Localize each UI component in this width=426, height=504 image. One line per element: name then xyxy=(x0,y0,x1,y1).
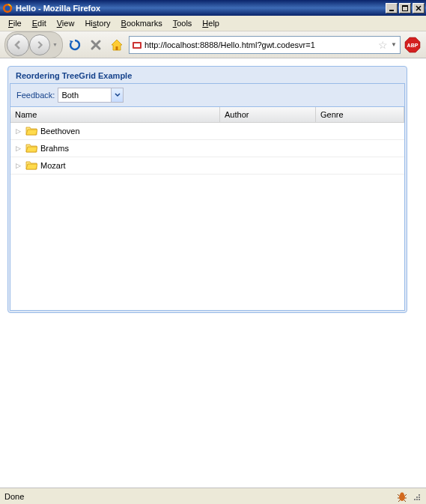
column-author[interactable]: Author xyxy=(220,107,316,122)
url-bar[interactable]: ☆ ▼ xyxy=(129,36,401,54)
svg-rect-2 xyxy=(389,10,394,11)
svg-point-1 xyxy=(5,5,10,10)
menu-file[interactable]: File xyxy=(3,17,27,29)
maximize-button[interactable] xyxy=(399,3,411,13)
grid-header: Name Author Genre xyxy=(10,107,404,123)
feedback-label: Feedback: xyxy=(16,91,55,100)
menu-history[interactable]: History xyxy=(79,17,115,29)
menu-bookmarks[interactable]: Bookmarks xyxy=(116,17,168,29)
menu-bar: File Edit View History Bookmarks Tools H… xyxy=(0,16,426,31)
menu-key: H xyxy=(202,19,208,28)
tree-label: Beethoven xyxy=(40,127,80,136)
tree-label: Brahms xyxy=(40,144,69,153)
column-genre[interactable]: Genre xyxy=(316,107,404,122)
navigation-toolbar: ▼ ☆ ▼ ABP xyxy=(0,31,426,58)
menu-view[interactable]: View xyxy=(52,17,80,29)
forward-button[interactable] xyxy=(29,34,50,55)
back-button[interactable] xyxy=(7,34,29,56)
menu-key: T xyxy=(173,19,177,28)
home-button[interactable] xyxy=(108,36,126,54)
grid-body: ▷ Beethoven ▷ Brahms ▷ xyxy=(10,123,404,310)
window-titlebar: Hello - Mozilla Firefox xyxy=(0,0,426,16)
svg-text:ABP: ABP xyxy=(407,43,419,48)
feedback-input[interactable] xyxy=(58,91,111,100)
feedback-toolbar: Feedback: xyxy=(10,84,404,107)
svg-rect-7 xyxy=(134,43,140,47)
svg-point-11 xyxy=(401,492,404,496)
svg-rect-5 xyxy=(116,46,118,50)
expand-icon[interactable]: ▷ xyxy=(13,161,22,170)
url-input[interactable] xyxy=(144,40,377,49)
expand-icon[interactable]: ▷ xyxy=(13,144,22,153)
column-name[interactable]: Name xyxy=(10,107,220,122)
tree-row[interactable]: ▷ Mozart xyxy=(10,157,404,174)
combo-trigger[interactable] xyxy=(111,88,123,102)
folder-icon xyxy=(25,142,37,154)
menu-key: V xyxy=(57,19,62,28)
stop-button[interactable] xyxy=(87,36,105,54)
firefox-icon xyxy=(1,2,13,14)
close-button[interactable] xyxy=(413,3,425,13)
url-dropdown[interactable]: ▼ xyxy=(389,41,398,48)
feedback-combo[interactable] xyxy=(58,88,124,103)
treegrid-panel: Reordering TreeGrid Example Feedback: Na… xyxy=(7,66,407,313)
menu-key: s xyxy=(93,19,97,28)
window-controls xyxy=(384,3,425,13)
resize-grip[interactable] xyxy=(411,491,422,502)
status-text: Done xyxy=(4,492,396,501)
folder-icon xyxy=(25,160,37,171)
panel-body: Feedback: Name Author Genre ▷ xyxy=(10,83,405,311)
panel-title: Reordering TreeGrid Example xyxy=(8,67,407,83)
reload-button[interactable] xyxy=(66,36,84,54)
folder-icon xyxy=(25,125,37,137)
tree-row[interactable]: ▷ Brahms xyxy=(10,140,404,157)
tree-label: Mozart xyxy=(40,161,66,170)
nav-buttons-group: ▼ xyxy=(4,31,63,58)
menu-edit[interactable]: Edit xyxy=(27,17,52,29)
menu-key: E xyxy=(32,19,37,28)
expand-icon[interactable]: ▷ xyxy=(13,127,22,136)
menu-tools[interactable]: Tools xyxy=(168,17,198,29)
adblock-icon[interactable]: ABP xyxy=(404,36,422,54)
tree-row[interactable]: ▷ Beethoven xyxy=(10,123,404,140)
menu-key: B xyxy=(121,19,127,28)
firebug-icon[interactable] xyxy=(396,491,408,503)
svg-rect-4 xyxy=(402,5,408,7)
nav-history-dropdown[interactable]: ▼ xyxy=(52,42,58,47)
window-title: Hello - Mozilla Firefox xyxy=(16,4,384,13)
site-favicon xyxy=(131,39,143,51)
minimize-button[interactable] xyxy=(386,3,398,13)
menu-help[interactable]: Help xyxy=(197,17,225,29)
bookmark-star-icon[interactable]: ☆ xyxy=(378,39,388,51)
status-bar: Done xyxy=(0,488,426,504)
page-content: Reordering TreeGrid Example Feedback: Na… xyxy=(0,58,426,488)
menu-key: F xyxy=(8,19,13,28)
